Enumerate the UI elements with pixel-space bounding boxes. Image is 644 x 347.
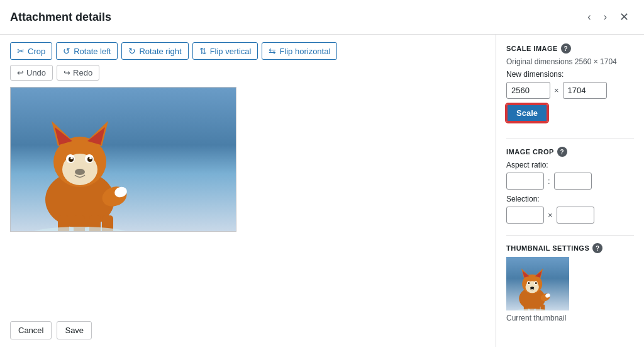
thumbnail-settings-section: THUMBNAIL SETTINGS ?	[506, 243, 634, 322]
svg-point-20	[89, 157, 92, 159]
rotate-right-button[interactable]: ↻ Rotate right	[121, 42, 188, 60]
crop-icon: ✂	[17, 46, 25, 56]
flip-vertical-label: Flip vertical	[210, 47, 252, 56]
height-input[interactable]	[563, 82, 607, 99]
image-preview	[10, 87, 236, 232]
svg-point-25	[30, 227, 130, 231]
redo-label: Redo	[73, 68, 92, 77]
image-crop-section: IMAGE CROP ? Aspect ratio: : Selection: …	[506, 147, 634, 229]
aspect-ratio-label: Aspect ratio:	[506, 161, 634, 169]
thumbnail-help-icon[interactable]: ?	[592, 243, 602, 253]
crop-section-title: IMAGE CROP ?	[506, 147, 634, 157]
scale-help-icon[interactable]: ?	[561, 43, 571, 54]
prev-button[interactable]: ‹	[582, 9, 596, 25]
undo-label: Undo	[26, 68, 46, 77]
svg-point-19	[70, 157, 73, 159]
thumbnail-preview	[506, 257, 569, 310]
thumbnail-fox-svg	[509, 260, 560, 310]
scale-button[interactable]: Scale	[506, 104, 548, 122]
dimensions-separator: ×	[554, 86, 559, 95]
header-navigation: ‹ › ✕	[582, 8, 634, 26]
flip-horizontal-icon: ⇆	[269, 46, 276, 56]
rotate-right-label: Rotate right	[139, 47, 181, 56]
width-input[interactable]	[506, 82, 550, 99]
redo-button[interactable]: ↪ Redo	[57, 65, 99, 81]
flip-vertical-button[interactable]: ⇅ Flip vertical	[192, 42, 258, 60]
rotate-left-icon: ↺	[63, 46, 70, 56]
crop-button[interactable]: ✂ Crop	[10, 42, 52, 60]
main-content: ✂ Crop ↺ Rotate left ↻ Rotate right ⇅ Fl…	[0, 35, 644, 347]
selection-row: ×	[506, 207, 634, 224]
cancel-button[interactable]: Cancel	[10, 321, 52, 339]
selection-width-input[interactable]	[506, 207, 544, 224]
next-button[interactable]: ›	[599, 9, 612, 25]
flip-horizontal-button[interactable]: ⇆ Flip horizontal	[262, 42, 337, 60]
header: Attachment details ‹ › ✕	[0, 0, 644, 35]
scale-section-title: SCALE IMAGE ?	[506, 43, 634, 54]
svg-point-44	[535, 282, 537, 284]
scale-image-section: SCALE IMAGE ? Original dimensions 2560 ×…	[506, 43, 634, 132]
aspect-separator: :	[548, 176, 550, 186]
fox-svg	[23, 99, 149, 231]
thumbnail-section-title: THUMBNAIL SETTINGS ?	[506, 243, 634, 253]
new-dimensions-label: New dimensions:	[506, 70, 634, 79]
svg-point-45	[530, 287, 534, 289]
svg-point-48	[513, 309, 552, 310]
image-area	[10, 87, 486, 314]
selection-separator: ×	[548, 210, 553, 220]
svg-point-22	[69, 162, 91, 179]
aspect-width-input[interactable]	[506, 173, 544, 190]
thumbnail-label: Current thumbnail	[506, 314, 634, 322]
redo-icon: ↪	[64, 68, 70, 77]
right-panel: SCALE IMAGE ? Original dimensions 2560 ×…	[496, 35, 644, 347]
undo-icon: ↩	[17, 68, 24, 77]
svg-point-43	[528, 282, 530, 284]
flip-horizontal-label: Flip horizontal	[279, 47, 330, 56]
selection-label: Selection:	[506, 195, 634, 203]
page-title: Attachment details	[10, 11, 111, 24]
rotate-left-label: Rotate left	[74, 47, 111, 56]
crop-thumbnail-divider	[506, 235, 634, 236]
action-bar: Cancel Save	[10, 321, 486, 339]
dimensions-row: ×	[506, 82, 634, 99]
rotate-left-button[interactable]: ↺ Rotate left	[56, 42, 118, 60]
image-toolbar: ✂ Crop ↺ Rotate left ↻ Rotate right ⇅ Fl…	[10, 42, 486, 60]
close-button[interactable]: ✕	[614, 8, 634, 26]
aspect-height-input[interactable]	[554, 173, 592, 190]
scale-crop-divider	[506, 139, 634, 139]
crop-help-icon[interactable]: ?	[557, 147, 567, 157]
rotate-right-icon: ↻	[128, 46, 136, 56]
left-panel: ✂ Crop ↺ Rotate left ↻ Rotate right ⇅ Fl…	[0, 35, 496, 347]
undo-redo-bar: ↩ Undo ↪ Redo	[10, 65, 486, 81]
flip-vertical-icon: ⇅	[199, 46, 207, 56]
selection-height-input[interactable]	[557, 207, 594, 224]
save-button[interactable]: Save	[57, 321, 92, 339]
crop-label: Crop	[28, 47, 45, 56]
aspect-ratio-row: :	[506, 173, 634, 190]
original-dimensions: Original dimensions 2560 × 1704	[506, 57, 634, 66]
undo-button[interactable]: ↩ Undo	[10, 65, 53, 81]
